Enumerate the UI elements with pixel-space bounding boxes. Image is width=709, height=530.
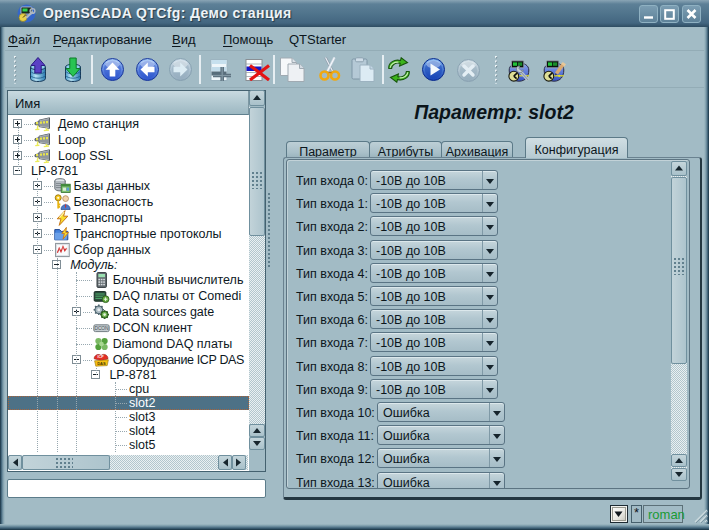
svg-text:DCON: DCON	[94, 326, 109, 331]
svg-text:DAS: DAS	[97, 361, 106, 366]
svg-text:ICP: ICP	[97, 355, 104, 359]
